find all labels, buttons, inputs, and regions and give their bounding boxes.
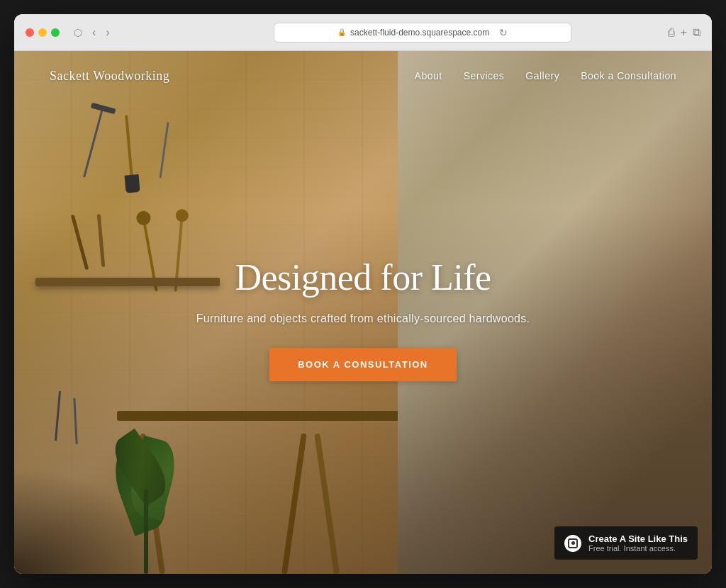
website: Sackett Woodworking About Services Galle… bbox=[14, 51, 712, 574]
squarespace-logo-inner bbox=[568, 538, 578, 548]
nav-item-gallery[interactable]: Gallery bbox=[525, 70, 559, 81]
browser-actions: ⎙ + ⧉ bbox=[668, 26, 700, 39]
nav-item-book[interactable]: Book a Consultation bbox=[581, 70, 676, 81]
nav-links: About Services Gallery Book a Consultati… bbox=[415, 70, 676, 81]
site-logo[interactable]: Sackett Woodworking bbox=[50, 69, 169, 84]
tabs-icon[interactable]: ⧉ bbox=[693, 26, 700, 39]
browser-chrome: ⬡ ‹ › 🔒 sackett-fluid-demo.squarespace.c… bbox=[14, 14, 712, 51]
reload-icon[interactable]: ↻ bbox=[499, 27, 508, 38]
squarespace-subtitle: Free trial. Instant access. bbox=[588, 544, 688, 553]
hero-subtitle: Furniture and objects crafted from ethic… bbox=[150, 313, 576, 326]
back-button[interactable]: ⬡ bbox=[71, 26, 85, 40]
nav-item-about[interactable]: About bbox=[415, 70, 442, 81]
back-arrow[interactable]: ‹ bbox=[89, 25, 99, 40]
hero-cta-button[interactable]: Book a Consultation bbox=[269, 349, 457, 382]
hero-title: Designed for Life bbox=[150, 256, 576, 300]
new-tab-icon[interactable]: + bbox=[681, 26, 687, 39]
forward-arrow[interactable]: › bbox=[103, 25, 112, 40]
squarespace-text: Create A Site Like This Free trial. Inst… bbox=[588, 533, 688, 553]
traffic-lights bbox=[26, 28, 60, 37]
squarespace-title: Create A Site Like This bbox=[588, 533, 688, 544]
browser-controls: ⬡ ‹ › bbox=[71, 25, 113, 40]
squarespace-logo-dot bbox=[571, 541, 575, 545]
url-text: sackett-fluid-demo.squarespace.com bbox=[350, 28, 489, 38]
navigation: Sackett Woodworking About Services Galle… bbox=[14, 51, 712, 101]
squarespace-logo bbox=[564, 535, 581, 552]
maximize-button[interactable] bbox=[51, 28, 60, 37]
logo-text: Sackett Woodworking bbox=[50, 69, 169, 83]
close-button[interactable] bbox=[26, 28, 34, 37]
squarespace-badge[interactable]: Create A Site Like This Free trial. Inst… bbox=[554, 526, 698, 560]
hero-content: Designed for Life Furniture and objects … bbox=[150, 256, 576, 381]
browser-window: ⬡ ‹ › 🔒 sackett-fluid-demo.squarespace.c… bbox=[14, 14, 712, 574]
share-icon[interactable]: ⎙ bbox=[668, 26, 675, 39]
nav-item-services[interactable]: Services bbox=[464, 70, 505, 81]
lock-icon: 🔒 bbox=[337, 28, 346, 36]
address-bar[interactable]: 🔒 sackett-fluid-demo.squarespace.com ↻ bbox=[274, 23, 571, 43]
minimize-button[interactable] bbox=[38, 28, 47, 37]
